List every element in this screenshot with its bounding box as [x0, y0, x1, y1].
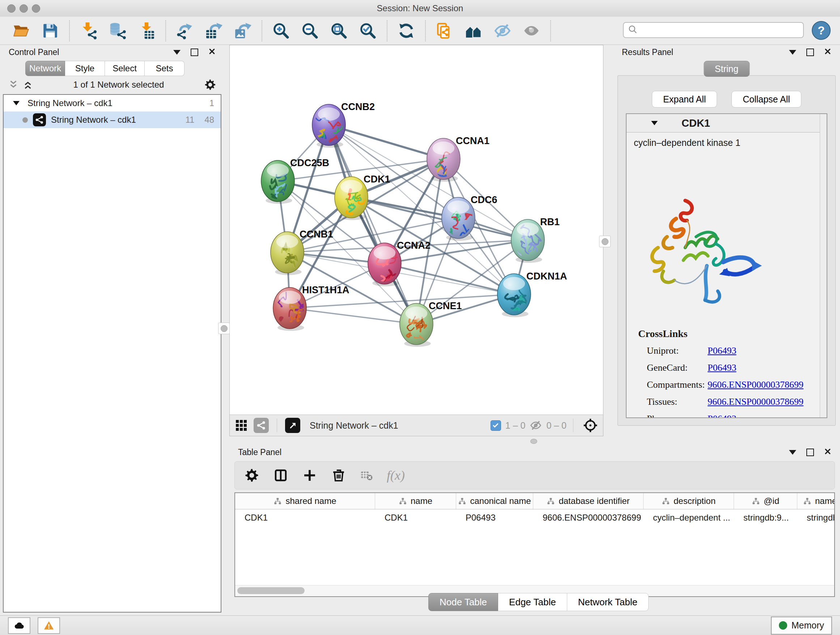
- cell-name[interactable]: CDK1: [375, 513, 456, 523]
- tab-network[interactable]: Network: [25, 61, 65, 76]
- tab-string[interactable]: String: [704, 61, 750, 77]
- column-header-canonical-name[interactable]: canonical name: [456, 493, 533, 509]
- network-row[interactable]: String Network – cdk1 11 48: [4, 111, 221, 128]
- zoom-selected-button[interactable]: [359, 22, 377, 40]
- network-node-ccnb1[interactable]: CCNB1: [271, 229, 333, 275]
- cloud-button[interactable]: [8, 617, 30, 634]
- search-box[interactable]: [623, 22, 804, 38]
- scrollbar-thumb[interactable]: [237, 587, 305, 594]
- panel-menu-icon[interactable]: [789, 450, 796, 455]
- import-network-from-database-button[interactable]: [109, 22, 126, 40]
- cell-description[interactable]: cyclin–dependent ...: [644, 513, 734, 523]
- expand-all-networks-icon[interactable]: [22, 79, 33, 90]
- first-neighbors-button[interactable]: [464, 22, 483, 40]
- grid-view-icon[interactable]: [235, 419, 248, 432]
- crosslink-uniprot-link[interactable]: P06493: [707, 345, 736, 356]
- maximize-window-button[interactable]: [32, 4, 40, 13]
- column-header-description[interactable]: description: [644, 493, 734, 509]
- tab-sets[interactable]: Sets: [145, 61, 185, 76]
- import-table-from-file-button[interactable]: [137, 22, 156, 40]
- tab-style[interactable]: Style: [65, 61, 105, 76]
- column-header--id[interactable]: @id: [734, 493, 797, 509]
- tab-select[interactable]: Select: [105, 61, 145, 76]
- panel-float-icon[interactable]: [806, 49, 814, 56]
- hide-selected-button[interactable]: [493, 22, 512, 40]
- cell-database-identifier[interactable]: 9606.ENSP00000378699: [533, 513, 644, 523]
- network-canvas[interactable]: CCNB2CCNA1CDC25BCDK1CDC6RB1CCNB1CCNA2CDK…: [230, 45, 603, 415]
- zoom-in-button[interactable]: [272, 22, 290, 40]
- panel-close-icon[interactable]: [208, 48, 216, 57]
- divider: [277, 418, 277, 432]
- minimize-window-button[interactable]: [19, 4, 28, 13]
- crosslink-pharos-link[interactable]: P06493: [707, 413, 736, 418]
- network-overview-button[interactable]: [254, 418, 269, 433]
- add-column-icon[interactable]: [302, 468, 317, 483]
- panel-close-icon[interactable]: [824, 448, 831, 457]
- network-node-ccna1[interactable]: CCNA1: [427, 135, 489, 182]
- panel-menu-icon[interactable]: [173, 50, 180, 55]
- crosslink-genecard-link[interactable]: P06493: [707, 363, 736, 373]
- collection-expand-icon[interactable]: [13, 101, 19, 105]
- collapse-entry-icon[interactable]: [651, 121, 658, 125]
- open-session-button[interactable]: [12, 22, 30, 40]
- network-node-rb1[interactable]: RB1: [511, 217, 560, 263]
- tab-edge-table[interactable]: Edge Table: [498, 593, 567, 611]
- gene-entry-header[interactable]: CDK1: [627, 114, 827, 133]
- tab-node-table[interactable]: Node Table: [428, 593, 498, 611]
- zoom-fit-button[interactable]: [330, 22, 348, 40]
- help-button[interactable]: ?: [812, 21, 831, 40]
- column-header-shared-name[interactable]: shared name: [235, 493, 375, 509]
- save-session-button[interactable]: [41, 22, 59, 40]
- zoom-out-button[interactable]: [301, 22, 319, 40]
- network-node-hist1h1a[interactable]: HIST1H1A: [273, 285, 349, 331]
- search-input[interactable]: [638, 23, 799, 37]
- cell-shared-name[interactable]: CDK1: [235, 513, 375, 523]
- export-table-button[interactable]: [205, 22, 223, 40]
- network-node-ccne1[interactable]: CCNE1: [400, 301, 462, 347]
- crosslink-tissues-link[interactable]: 9606.ENSP00000378699: [707, 396, 804, 407]
- column-header-database-identifier[interactable]: database identifier: [533, 493, 644, 509]
- close-window-button[interactable]: [7, 4, 16, 13]
- expand-all-button[interactable]: Expand All: [652, 91, 717, 108]
- memory-button[interactable]: Memory: [771, 616, 832, 635]
- birdseye-toggle-icon[interactable]: [583, 418, 598, 433]
- clone-network-button[interactable]: [436, 22, 454, 40]
- network-collection-row[interactable]: String Network – cdk1 1: [4, 95, 221, 111]
- network-edge[interactable]: [329, 125, 444, 159]
- detach-view-button[interactable]: [285, 418, 300, 433]
- column-header-namespace[interactable]: namespace: [797, 493, 835, 509]
- collapse-all-networks-icon[interactable]: [8, 79, 19, 90]
- network-edge[interactable]: [290, 308, 416, 324]
- network-node-ccna2[interactable]: CCNA2: [368, 240, 431, 287]
- export-network-button[interactable]: [176, 22, 194, 40]
- horizontal-splitter-handle[interactable]: [531, 439, 537, 444]
- selected-nodes-checkbox[interactable]: [491, 420, 501, 431]
- table-row[interactable]: CDK1CDK1P064939606.ENSP00000378699cyclin…: [235, 509, 834, 526]
- panel-float-icon[interactable]: [806, 448, 814, 456]
- left-splitter-handle[interactable]: [218, 323, 230, 334]
- panel-close-icon[interactable]: [824, 48, 831, 57]
- apply-layout-button[interactable]: [397, 22, 415, 40]
- show-columns-icon[interactable]: [273, 468, 288, 483]
- cell--id[interactable]: stringdb:9...: [734, 513, 797, 523]
- import-network-from-file-button[interactable]: [80, 22, 98, 40]
- crosslink-compartments-link[interactable]: 9606.ENSP00000378699: [707, 379, 804, 390]
- collapse-all-button[interactable]: Collapse All: [731, 91, 801, 108]
- network-node-cdkn1a[interactable]: CDKN1A: [497, 271, 567, 317]
- network-node-ccnb2[interactable]: CCNB2: [312, 101, 375, 148]
- panel-menu-icon[interactable]: [789, 50, 796, 55]
- cell-canonical-name[interactable]: P06493: [456, 513, 533, 523]
- cell-namespace[interactable]: stringdb: [797, 513, 835, 523]
- table-options-gear-icon[interactable]: [244, 468, 259, 483]
- column-header-name[interactable]: name: [375, 493, 456, 509]
- results-scrollbar[interactable]: [820, 114, 827, 417]
- show-all-button[interactable]: [523, 22, 540, 40]
- right-splitter-handle[interactable]: [599, 236, 611, 247]
- delete-column-icon[interactable]: [331, 468, 346, 483]
- network-options-gear-icon[interactable]: [204, 79, 216, 91]
- panel-float-icon[interactable]: [191, 49, 198, 56]
- warnings-button[interactable]: [38, 617, 60, 634]
- tab-network-table[interactable]: Network Table: [567, 593, 649, 611]
- export-image-button[interactable]: [234, 22, 252, 40]
- network-node-cdk1[interactable]: CDK1: [335, 174, 390, 220]
